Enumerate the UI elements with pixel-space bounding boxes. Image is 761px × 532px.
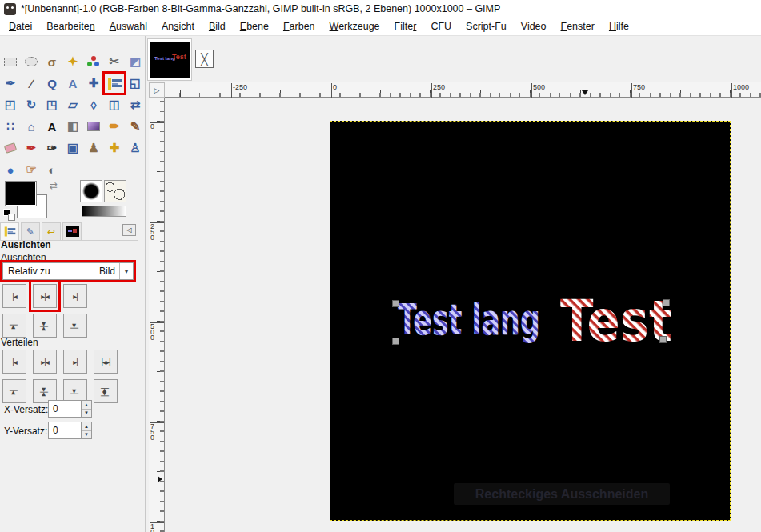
blur-sharpen-tool[interactable]: ● — [1, 160, 20, 179]
menu-datei[interactable]: Datei — [2, 19, 39, 34]
heal-tool[interactable]: ✚ — [105, 138, 124, 158]
image-canvas[interactable]: Test lang Test Rechteckiges Ausschneiden — [330, 121, 731, 521]
menu-bild[interactable]: Bild — [202, 19, 233, 34]
brush-preview[interactable] — [80, 180, 102, 202]
dock-tab-undo-history[interactable]: ↩ — [42, 222, 61, 240]
menu-auswahl[interactable]: Auswahl — [102, 19, 154, 34]
default-colors-icon[interactable] — [3, 209, 16, 222]
align-handle-top-right[interactable] — [663, 299, 670, 306]
align-left-button[interactable]: |◂ — [2, 284, 26, 308]
color-picker-tool[interactable]: ∕ — [22, 74, 41, 93]
scale-tool[interactable]: ◳ — [42, 95, 62, 114]
unified-transform-tool[interactable]: ◰ — [1, 95, 20, 114]
shear-tool[interactable]: ▱ — [63, 95, 82, 114]
spin-down-icon[interactable]: ▼ — [82, 431, 91, 439]
pencil-tool[interactable]: ✏ — [105, 117, 124, 136]
distribute-left-button[interactable]: |◂ — [2, 350, 26, 374]
swap-colors-icon[interactable]: ⇄ — [50, 180, 58, 191]
fuzzy-select-tool[interactable]: ✦ — [63, 52, 82, 71]
ruler-corner-button[interactable]: ▷ — [149, 82, 165, 98]
distribute-spread-vertical-button[interactable]: |◂▸| — [94, 379, 118, 403]
menu-bearbeiten[interactable]: Bearbeiten — [39, 19, 102, 34]
canvas-area[interactable]: Test lang Test ╳ ▷ -25002505007501000 02… — [145, 36, 761, 532]
select-by-color-tool[interactable] — [84, 52, 103, 71]
text-tool[interactable]: A — [42, 117, 62, 136]
chevron-down-icon[interactable]: ▾ — [119, 263, 133, 279]
move-tool[interactable]: ✚ — [84, 74, 103, 93]
transform-3d-tool[interactable]: ◫ — [105, 95, 124, 114]
smudge-tool[interactable]: ☞ — [22, 160, 41, 179]
text-layer-short[interactable]: Test — [560, 287, 672, 354]
distribute-right-button[interactable]: ▸| — [63, 350, 87, 374]
align-right-button[interactable]: ▸| — [63, 284, 87, 308]
text-layer-long[interactable]: Test lang — [398, 295, 540, 344]
align-center-vertical-button[interactable]: ▸|◂ — [33, 314, 57, 338]
ellipse-select-tool[interactable] — [22, 52, 41, 71]
paths-tool[interactable]: ✒ — [1, 74, 20, 93]
bucket-fill-tool[interactable]: ◧ — [63, 117, 82, 136]
paintbrush-tool[interactable]: ✎ — [126, 117, 145, 136]
menu-hilfe[interactable]: Hilfe — [602, 19, 636, 34]
spin-down-icon[interactable]: ▼ — [82, 410, 91, 418]
menu-werkzeuge[interactable]: Werkzeuge — [322, 19, 387, 34]
perspective-clone-tool[interactable]: ♙ — [126, 138, 145, 158]
foreground-color-swatch[interactable] — [6, 182, 36, 206]
gradient-preview[interactable] — [82, 206, 126, 217]
pattern-preview[interactable] — [104, 180, 126, 202]
mypaint-brush-tool[interactable]: ▣ — [63, 138, 82, 158]
mnemonic-underline: E — [240, 21, 246, 32]
align-center-horizontal-button[interactable]: ▸|◂ — [33, 284, 57, 308]
dock-tab-device-status[interactable]: ✎ — [21, 222, 40, 240]
perspective-tool[interactable]: ◊ — [84, 95, 103, 114]
dock-menu-button[interactable]: ◁ — [122, 224, 136, 236]
clone-tool[interactable]: ♟ — [84, 138, 103, 158]
menu-scriptfu[interactable]: Script-Fu — [459, 19, 514, 34]
dock-tab-tool-options[interactable] — [0, 222, 19, 240]
gradient-tool[interactable] — [84, 117, 103, 136]
scissors-select-tool[interactable]: ✂ — [105, 52, 124, 71]
free-select-tool[interactable]: σ — [42, 52, 62, 71]
align-top-button[interactable]: |◂ — [2, 314, 26, 338]
y-offset-stepper[interactable]: ▲▼ — [81, 422, 92, 439]
handle-transform-tool[interactable]: ∷ — [1, 117, 20, 136]
distribute-center-horizontal-button[interactable]: ▸|◂ — [33, 350, 57, 374]
menu-filter[interactable]: Filter — [387, 19, 424, 34]
vertical-ruler[interactable]: 02505007501000 — [149, 98, 165, 532]
align-bottom-button[interactable]: ▸| — [63, 314, 87, 338]
empty-image-tab-icon[interactable]: ╳ — [195, 50, 214, 68]
align-handle-top-left[interactable] — [392, 300, 399, 307]
alignment-tool[interactable] — [105, 74, 124, 93]
airbrush-tool[interactable]: ✒ — [22, 138, 41, 158]
y-offset-input[interactable]: 0 — [48, 422, 82, 439]
image-tab[interactable]: Test lang Test — [147, 38, 192, 81]
distribute-top-button[interactable]: |◂ — [2, 379, 26, 403]
flip-tool[interactable]: ⇄ — [126, 95, 145, 114]
menu-farben[interactable]: Farben — [276, 19, 322, 34]
align-handle-bottom-left[interactable] — [392, 338, 399, 345]
rotate-tool[interactable]: ↻ — [22, 95, 41, 114]
dodge-burn-tool[interactable]: ◐ — [42, 160, 62, 179]
relative-to-dropdown[interactable]: Relativ zu Bild ▾ — [2, 262, 134, 280]
dock-tab-image-thumbnail[interactable] — [62, 222, 82, 240]
cage-transform-tool[interactable]: ⌂ — [22, 117, 41, 136]
spin-up-icon[interactable]: ▲ — [82, 401, 91, 410]
horizontal-ruler[interactable]: -25002505007501000 — [165, 82, 761, 98]
menu-fenster[interactable]: Fenster — [554, 19, 602, 34]
menu-video[interactable]: Video — [514, 19, 554, 34]
spin-up-icon[interactable]: ▲ — [82, 422, 91, 431]
menu-ebene[interactable]: Ebene — [233, 19, 276, 34]
ink-tool[interactable]: ✑ — [42, 138, 62, 158]
eraser-tool[interactable] — [1, 138, 20, 158]
menu-cfu[interactable]: CFU — [423, 19, 459, 34]
distribute-spread-horizontal-button[interactable]: |◂▸| — [94, 350, 118, 374]
rectangle-select-tool[interactable] — [1, 52, 20, 71]
x-offset-input[interactable]: 0 — [48, 400, 82, 418]
menu-ansicht[interactable]: Ansicht — [154, 19, 202, 34]
x-offset-stepper[interactable]: ▲▼ — [81, 400, 92, 418]
crop-tool[interactable]: ◱ — [126, 74, 145, 93]
foreground-select-tool[interactable]: ◩ — [126, 52, 145, 71]
zoom-tool[interactable]: Q — [42, 74, 62, 93]
align-handle-bottom-right[interactable] — [659, 336, 667, 343]
measure-tool[interactable]: A — [63, 74, 82, 93]
text-icon: A — [48, 120, 57, 134]
